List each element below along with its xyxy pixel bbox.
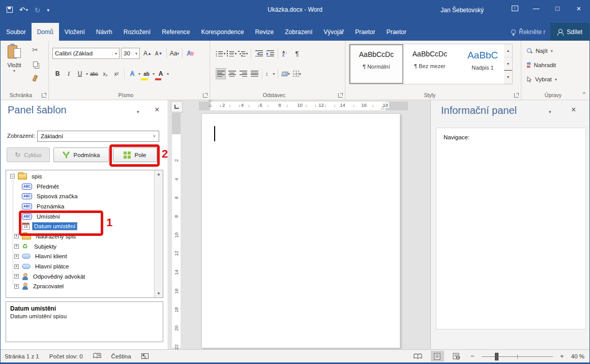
expander-icon[interactable] [10, 174, 15, 178]
multilevel-list-button[interactable]: ▾ [238, 48, 248, 59]
word-count[interactable]: Počet slov: 0 [49, 353, 83, 359]
info-panel-close-icon[interactable]: × [571, 105, 576, 114]
subscript-button[interactable]: x₂ [100, 68, 110, 79]
line-spacing-button[interactable]: ↕▾ [265, 68, 275, 79]
tell-me-box[interactable]: Řekněte r [506, 23, 550, 41]
shading-button[interactable]: ▾ [281, 68, 291, 79]
ribbon-tab[interactable]: Domů [32, 23, 59, 41]
expander-icon[interactable] [14, 264, 19, 269]
show-formatting-button[interactable]: ¶ [292, 48, 302, 59]
maximize-icon[interactable]: □ [547, 1, 568, 16]
shrink-font-button[interactable]: A▼ [154, 48, 164, 59]
font-color-button[interactable]: A [156, 68, 166, 79]
expander-icon[interactable] [14, 234, 19, 238]
print-layout-button[interactable] [431, 351, 444, 361]
tree-item[interactable]: Poznámka [6, 201, 154, 211]
tree-item[interactable]: Spisová značka [6, 191, 154, 201]
tree-item[interactable]: Nadřazený spis [6, 231, 154, 241]
account-name[interactable]: Jan Šebetovský [440, 7, 484, 14]
tree-item[interactable]: Odpovědný advokát [6, 271, 154, 282]
underline-button[interactable]: U [75, 68, 85, 79]
text-effects-button[interactable]: A [127, 68, 137, 79]
paste-dropdown-icon[interactable]: ▾ [4, 69, 25, 73]
expander-icon[interactable] [14, 244, 19, 249]
tree-item[interactable]: Zpracovatel [6, 282, 154, 292]
expander-icon[interactable] [14, 274, 19, 279]
ribbon-tab[interactable]: Praetor [381, 23, 412, 41]
clear-formatting-button[interactable]: A [185, 48, 195, 59]
change-case-button[interactable]: Aa▾ [169, 48, 180, 59]
style-scroll-up-icon[interactable]: ▲ [504, 44, 512, 57]
tree-item[interactable]: Hlavní klient [6, 252, 154, 262]
select-button[interactable]: Vybrat▾ [527, 76, 557, 82]
language-indicator[interactable]: Čeština [111, 353, 131, 359]
zoom-level[interactable]: 40 % [571, 353, 584, 359]
copy-button[interactable] [29, 59, 41, 69]
view-select[interactable]: Základní ˅ [37, 131, 159, 142]
font-color-dropdown-icon[interactable]: ▾ [167, 72, 169, 76]
highlight-dropdown-icon[interactable]: ▾ [153, 72, 155, 76]
justify-button[interactable] [249, 68, 259, 79]
ribbon-tab[interactable]: Soubor [1, 23, 32, 41]
replace-button[interactable]: abac Nahradit [527, 62, 556, 68]
ribbon-tab[interactable]: Praetor [349, 23, 380, 41]
macro-record-icon[interactable] [141, 353, 149, 359]
ribbon-tab[interactable]: Rozložení [118, 23, 156, 41]
tree-scrollbar[interactable]: ▲ ▼ [154, 170, 163, 297]
bold-button[interactable]: B [52, 68, 63, 79]
align-right-button[interactable] [238, 68, 248, 79]
first-line-indent-marker[interactable]: ▽△ [206, 100, 214, 107]
share-button[interactable]: Sdílet [550, 23, 589, 41]
tab-stop-selector[interactable] [171, 101, 183, 112]
right-indent-marker[interactable]: △ [381, 105, 385, 110]
template-panel-button[interactable]: Podmínka [53, 147, 109, 162]
web-layout-button[interactable] [450, 351, 463, 361]
scroll-up-icon[interactable]: ▲ [155, 172, 163, 176]
zoom-in-button[interactable]: + [559, 352, 565, 360]
clipboard-dialog-launcher[interactable] [42, 93, 46, 98]
underline-dropdown-icon[interactable]: ▾ [86, 72, 88, 76]
tree-item[interactable]: Předmět [6, 181, 154, 192]
ribbon-tab[interactable]: Vývojář [318, 23, 349, 41]
cut-button[interactable]: ✂ [29, 45, 41, 55]
paragraph-dialog-launcher[interactable] [338, 93, 343, 98]
decrease-indent-button[interactable] [254, 48, 264, 59]
tree-item[interactable]: Datum umístění [6, 221, 154, 231]
proofing-status-icon[interactable] [93, 352, 101, 360]
paste-button[interactable]: Vložit ▾ [4, 44, 25, 85]
zoom-out-button[interactable]: − [469, 352, 476, 360]
ribbon-tab[interactable]: Návrh [91, 23, 118, 41]
ribbon-display-options-icon[interactable]: ↑ [504, 1, 525, 16]
style-scroll-down-icon[interactable]: ▼ [504, 57, 512, 71]
text-effects-dropdown-icon[interactable]: ▾ [138, 72, 140, 76]
align-center-button[interactable] [227, 68, 237, 79]
scroll-down-icon[interactable]: ▼ [155, 291, 163, 296]
numbering-button[interactable]: ▾ [227, 48, 237, 59]
template-panel-button[interactable]: Cyklus [7, 147, 50, 162]
close-icon[interactable]: × [568, 1, 589, 16]
template-panel-button[interactable]: Pole [113, 147, 157, 162]
bullets-button[interactable]: ▾ [216, 48, 226, 59]
highlight-button[interactable]: ab [141, 68, 152, 79]
increase-indent-button[interactable] [265, 48, 275, 59]
tree-item[interactable]: Subjekty [6, 241, 154, 252]
strikethrough-button[interactable]: abc [89, 68, 99, 79]
italic-button[interactable]: I [64, 68, 74, 79]
document-page[interactable] [201, 113, 400, 348]
format-painter-button[interactable] [29, 73, 41, 83]
borders-button[interactable]: ▾ [292, 68, 302, 79]
expander-icon[interactable] [14, 284, 19, 289]
styles-dialog-launcher[interactable] [514, 93, 519, 98]
align-left-button[interactable] [216, 68, 226, 79]
style-card[interactable]: AaBbC Nadpis 1 [456, 44, 509, 84]
template-panel-close-icon[interactable]: × [155, 105, 159, 114]
sort-button[interactable]: A↓Z [281, 48, 291, 59]
tree-item[interactable]: spis [6, 171, 154, 181]
zoom-slider-thumb[interactable] [495, 353, 498, 360]
expander-icon[interactable] [14, 254, 19, 259]
style-card[interactable]: AaBbCcDc ¶ Normální [349, 44, 403, 84]
zoom-slider[interactable] [482, 352, 553, 360]
read-mode-button[interactable] [411, 351, 425, 361]
ribbon-tab[interactable]: Reference [156, 23, 195, 41]
tree-item[interactable]: Hlavní plátce [6, 261, 154, 271]
